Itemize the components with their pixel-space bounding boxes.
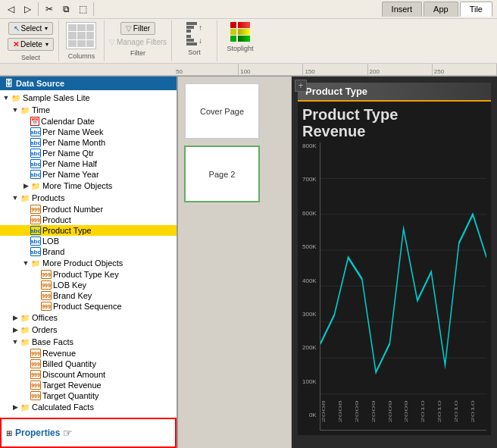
sort-desc-icon: ↓ bbox=[198, 36, 202, 45]
chart-container: Product Type Product Type Revenue 800K 7 bbox=[292, 77, 497, 448]
add-tile-button[interactable]: + bbox=[295, 80, 307, 92]
tree-products-folder[interactable]: ▼ 📁 Products bbox=[0, 192, 177, 204]
section-columns: Columns bbox=[59, 20, 105, 61]
list-item[interactable]: 📅 Calendar Date bbox=[0, 116, 177, 127]
stoplight-bar-yellow bbox=[238, 29, 250, 35]
separator-1 bbox=[38, 2, 39, 16]
list-item[interactable]: ▶ 📁 More Time Objects bbox=[0, 180, 177, 192]
tree-calc-facts-folder[interactable]: ▶ 📁 Calculated Facts bbox=[0, 401, 177, 413]
stoplight-btns bbox=[230, 20, 250, 43]
more-time-toggle[interactable]: ▶ bbox=[21, 181, 30, 190]
list-item[interactable]: 999 Discount Amount bbox=[0, 369, 177, 380]
abc-icon: abc bbox=[30, 149, 41, 158]
999-icon: 999 bbox=[41, 291, 52, 300]
stoplight-button[interactable] bbox=[230, 22, 250, 42]
list-item[interactable]: abc Per Name Half bbox=[0, 158, 177, 169]
root-folder-icon: 📁 bbox=[11, 92, 21, 103]
cut-icon[interactable]: ✂ bbox=[42, 2, 57, 17]
list-item[interactable]: 999 Billed Quantity bbox=[0, 359, 177, 369]
columns-grid-icon[interactable] bbox=[66, 22, 96, 49]
list-item[interactable]: 999 Product bbox=[0, 215, 177, 225]
sort-desc-button[interactable]: ↓ bbox=[186, 35, 202, 45]
back-icon[interactable]: ◁ bbox=[3, 2, 18, 17]
sort-asc-button[interactable]: ↑ bbox=[186, 22, 202, 33]
tree-product-type[interactable]: abc Product Type bbox=[0, 225, 177, 236]
delete-button[interactable]: ✕ Delete ▾ bbox=[8, 38, 54, 51]
list-item[interactable]: 999 Product Type Key bbox=[0, 269, 177, 280]
list-item[interactable]: 999 Brand Key bbox=[0, 290, 177, 301]
datasource-icon: 🗄 bbox=[5, 79, 13, 88]
delete-btn-row: ✕ Delete ▾ bbox=[8, 36, 54, 52]
cursor-icon: ☞ bbox=[63, 427, 73, 439]
manage-filters-button: ▽ Manage Filters bbox=[109, 38, 167, 46]
cover-page-thumb[interactable]: Cover Page bbox=[184, 83, 260, 139]
svg-text:2010: 2010 bbox=[470, 399, 475, 422]
stoplight-bar-green bbox=[238, 36, 250, 42]
list-item[interactable]: 999 LOB Key bbox=[0, 280, 177, 290]
list-item[interactable]: abc Per Name Year bbox=[0, 169, 177, 180]
ruler-mark-250: 250 bbox=[433, 64, 497, 75]
products-toggle[interactable]: ▼ bbox=[11, 193, 20, 202]
ruler-mark-200: 200 bbox=[368, 64, 433, 75]
delete-dropdown-icon: ▾ bbox=[45, 41, 48, 48]
list-item[interactable]: 999 Target Revenue bbox=[0, 380, 177, 390]
tab-insert[interactable]: Insert bbox=[382, 2, 423, 17]
svg-text:2008: 2008 bbox=[321, 399, 326, 422]
list-item[interactable]: 999 Product Number bbox=[0, 204, 177, 215]
spacer bbox=[21, 117, 30, 126]
main-area: 🗄 Data Source ▼ 📁 Sample Sales Lite ▼ 📁 … bbox=[0, 77, 497, 448]
page2-thumb[interactable]: Page 2 bbox=[184, 146, 260, 202]
tree-base-facts-folder[interactable]: ▼ 📁 Base Facts bbox=[0, 336, 177, 348]
abc-icon: abc bbox=[30, 237, 41, 246]
tree-more-products-folder[interactable]: ▼ 📁 More Product Objects bbox=[0, 257, 177, 269]
select-button[interactable]: ↖ Select ▾ bbox=[8, 22, 54, 35]
list-item[interactable]: abc Per Name Qtr bbox=[0, 148, 177, 158]
root-toggle[interactable]: ▼ bbox=[2, 93, 11, 102]
time-toggle[interactable]: ▼ bbox=[11, 105, 20, 114]
list-item[interactable]: 999 Revenue bbox=[0, 348, 177, 359]
manage-filter-funnel-icon: ▽ bbox=[109, 38, 115, 46]
list-item[interactable]: abc Per Name Week bbox=[0, 127, 177, 137]
999-icon: 999 bbox=[41, 280, 52, 290]
tree-time-folder[interactable]: ▼ 📁 Time bbox=[0, 104, 177, 116]
tab-app[interactable]: App bbox=[424, 2, 458, 17]
filter-funnel-icon: ▽ bbox=[126, 24, 132, 33]
offices-toggle[interactable]: ▶ bbox=[11, 313, 20, 322]
list-item[interactable]: 999 Product Sequence bbox=[0, 301, 177, 312]
list-item[interactable]: 999 Target Quantity bbox=[0, 390, 177, 401]
tree-root[interactable]: ▼ 📁 Sample Sales Lite bbox=[0, 92, 177, 104]
orders-toggle[interactable]: ▶ bbox=[11, 325, 20, 334]
filter-btns: ▽ Filter bbox=[120, 20, 155, 36]
copy-icon[interactable]: ⧉ bbox=[58, 2, 73, 17]
properties-panel[interactable]: ⊞ Properties ☞ bbox=[0, 418, 177, 448]
list-item[interactable]: abc Per Name Month bbox=[0, 137, 177, 148]
svg-text:2010: 2010 bbox=[437, 399, 442, 422]
chart-svg: 2008 2008 2009 2009 2009 2009 2010 2010 bbox=[320, 143, 486, 430]
paste-icon[interactable]: ⬚ bbox=[75, 2, 90, 17]
list-item[interactable]: abc LOB bbox=[0, 236, 177, 246]
more-products-toggle[interactable]: ▼ bbox=[21, 258, 30, 268]
svg-text:2008: 2008 bbox=[338, 399, 342, 422]
tree-orders-folder[interactable]: ▶ 📁 Orders bbox=[0, 324, 177, 336]
toolbar-sections: ↖ Select ▾ ✕ Delete ▾ Select bbox=[0, 19, 497, 64]
filter-button[interactable]: ▽ Filter bbox=[120, 22, 155, 35]
section-stoplight: Stoplight bbox=[217, 20, 263, 61]
folder-icon: 📁 bbox=[20, 402, 30, 412]
ruler: 50 100 150 200 250 bbox=[0, 64, 497, 76]
right-panel: Cover Page Page 2 + Product Type Pr bbox=[178, 77, 497, 448]
left-panel: 🗄 Data Source ▼ 📁 Sample Sales Lite ▼ 📁 … bbox=[0, 77, 178, 448]
forward-icon[interactable]: ▷ bbox=[20, 2, 35, 17]
base-facts-toggle[interactable]: ▼ bbox=[11, 337, 20, 346]
999-icon: 999 bbox=[30, 391, 41, 400]
tab-tile[interactable]: Tile bbox=[460, 2, 492, 17]
time-folder-icon: 📁 bbox=[20, 105, 30, 115]
svg-text:2009: 2009 bbox=[355, 399, 359, 422]
separator-2 bbox=[93, 2, 94, 16]
calc-facts-toggle[interactable]: ▶ bbox=[11, 403, 20, 412]
chart-plot-area: 800K 700K 600K 500K 400K 300K 200K 100K … bbox=[302, 143, 486, 431]
tree-offices-folder[interactable]: ▶ 📁 Offices bbox=[0, 312, 177, 324]
abc-icon: abc bbox=[30, 159, 41, 168]
stoplight-green bbox=[230, 36, 236, 42]
list-item[interactable]: abc Brand bbox=[0, 246, 177, 257]
ruler-mark-150: 150 bbox=[303, 64, 367, 75]
